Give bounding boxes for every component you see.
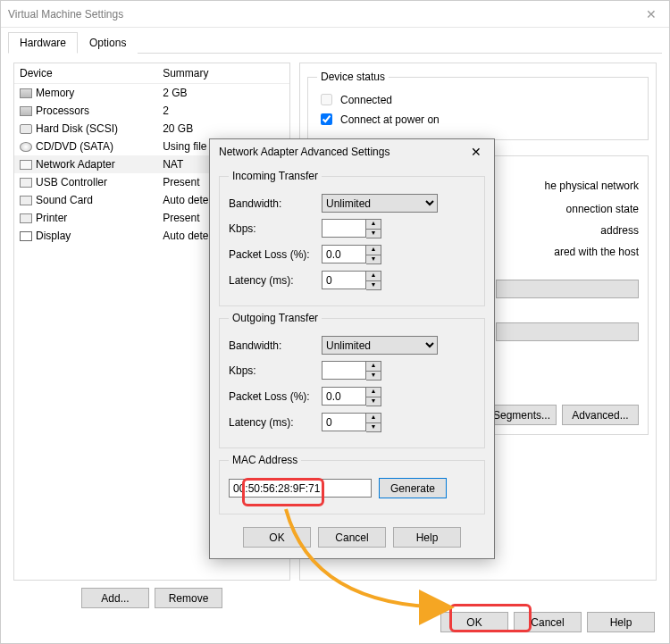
tab-hardware[interactable]: Hardware xyxy=(8,32,78,54)
modal-dialog-buttons: OK Cancel Help xyxy=(210,520,494,558)
modal-cancel-button[interactable]: Cancel xyxy=(318,527,386,548)
nat-fragment: address xyxy=(600,224,639,237)
device-row[interactable]: Processors2 xyxy=(14,102,289,120)
main-cancel-button[interactable]: Cancel xyxy=(514,612,582,632)
outgoing-transfer-group: Outgoing Transfer Bandwidth: Unlimited K… xyxy=(219,312,485,448)
spin-up-icon[interactable]: ▲ xyxy=(366,388,381,397)
connected-input[interactable] xyxy=(321,94,332,105)
disk-icon xyxy=(20,124,32,134)
custom-network-combo[interactable] xyxy=(496,280,639,298)
incoming-transfer-group: Incoming Transfer Bandwidth: Unlimited K… xyxy=(219,170,485,306)
in-kbps-input[interactable] xyxy=(322,219,366,238)
in-loss-input[interactable] xyxy=(322,245,366,263)
device-row[interactable]: Memory2 GB xyxy=(14,84,289,102)
device-name: CD/DVD (SATA) xyxy=(36,140,113,153)
main-dialog-buttons: OK Cancel Help xyxy=(440,612,655,632)
in-latency-label: Latency (ms): xyxy=(229,274,314,287)
device-summary: 20 GB xyxy=(157,120,289,138)
device-name: Sound Card xyxy=(36,194,93,206)
connect-poweron-checkbox[interactable]: Connect at power on xyxy=(317,111,639,128)
device-status-group: Device status Connected Connect at power… xyxy=(307,71,649,140)
spin-up-icon[interactable]: ▲ xyxy=(366,362,381,371)
col-summary[interactable]: Summary xyxy=(157,63,289,84)
spin-up-icon[interactable]: ▲ xyxy=(366,246,381,255)
spin-down-icon[interactable]: ▼ xyxy=(366,229,381,238)
out-latency-input[interactable] xyxy=(322,413,366,431)
device-name: Processors xyxy=(36,105,89,117)
out-loss-label: Packet Loss (%): xyxy=(229,390,314,403)
device-summary: 2 GB xyxy=(157,84,289,102)
spin-up-icon[interactable]: ▲ xyxy=(366,220,381,229)
device-name: Display xyxy=(36,230,71,242)
tab-strip: Hardware Options xyxy=(8,31,662,54)
lan-segment-combo[interactable] xyxy=(496,322,639,341)
window-title: Virtual Machine Settings xyxy=(8,8,123,21)
out-latency-label: Latency (ms): xyxy=(229,416,314,429)
out-bandwidth-combo[interactable]: Unlimited xyxy=(322,336,438,355)
connect-poweron-label: Connect at power on xyxy=(340,113,440,126)
chip-icon xyxy=(20,106,32,116)
main-ok-button[interactable]: OK xyxy=(440,612,508,632)
main-help-button[interactable]: Help xyxy=(587,612,655,632)
device-name: Hard Disk (SCSI) xyxy=(36,122,118,135)
modal-help-button[interactable]: Help xyxy=(393,527,461,548)
incoming-legend: Incoming Transfer xyxy=(229,170,322,182)
device-name: USB Controller xyxy=(36,176,107,188)
col-device[interactable]: Device xyxy=(14,63,157,84)
device-row[interactable]: Hard Disk (SCSI)20 GB xyxy=(14,120,289,138)
connect-poweron-input[interactable] xyxy=(321,113,332,125)
modal-titlebar: Network Adapter Advanced Settings ✕ xyxy=(210,139,494,164)
spin-down-icon[interactable]: ▼ xyxy=(366,422,381,431)
in-latency-input[interactable] xyxy=(322,271,366,289)
connected-label: Connected xyxy=(340,94,392,106)
net-icon xyxy=(20,160,32,170)
chip-icon xyxy=(20,88,32,98)
spin-down-icon[interactable]: ▼ xyxy=(366,371,381,380)
out-bandwidth-label: Bandwidth: xyxy=(229,339,314,352)
out-kbps-label: Kbps: xyxy=(229,364,314,377)
spin-down-icon[interactable]: ▼ xyxy=(366,397,381,406)
tab-options[interactable]: Options xyxy=(78,32,138,54)
modal-close-icon[interactable]: ✕ xyxy=(465,145,487,159)
cd-icon xyxy=(20,142,32,152)
spin-down-icon[interactable]: ▼ xyxy=(366,280,381,289)
spk-icon xyxy=(20,196,32,205)
spin-up-icon[interactable]: ▲ xyxy=(366,272,381,280)
in-bandwidth-label: Bandwidth: xyxy=(229,197,314,210)
window-titlebar: Virtual Machine Settings ✕ xyxy=(1,1,669,28)
generate-button[interactable]: Generate xyxy=(379,478,447,498)
mac-input[interactable] xyxy=(229,479,372,498)
modal-ok-button[interactable]: OK xyxy=(243,527,311,548)
out-loss-input[interactable] xyxy=(322,387,366,406)
in-bandwidth-combo[interactable]: Unlimited xyxy=(322,194,438,213)
bridged-fragment: he physical network xyxy=(545,180,639,192)
device-name: Printer xyxy=(36,212,67,224)
spin-down-icon[interactable]: ▼ xyxy=(366,255,381,263)
connected-checkbox[interactable]: Connected xyxy=(317,91,639,108)
advanced-button[interactable]: Advanced... xyxy=(562,405,639,425)
hostonly-fragment: ared with the host xyxy=(554,246,639,258)
device-name: Memory xyxy=(36,87,74,99)
modal-title: Network Adapter Advanced Settings xyxy=(219,146,389,158)
usb-icon xyxy=(20,178,32,188)
close-icon[interactable]: ✕ xyxy=(641,7,662,21)
in-loss-label: Packet Loss (%): xyxy=(229,248,314,261)
outgoing-legend: Outgoing Transfer xyxy=(229,312,322,324)
replicate-fragment: onnection state xyxy=(566,203,639,215)
device-name: Network Adapter xyxy=(36,158,115,171)
out-kbps-input[interactable] xyxy=(322,361,366,380)
in-kbps-label: Kbps: xyxy=(229,222,314,235)
remove-button[interactable]: Remove xyxy=(155,588,222,608)
prn-icon xyxy=(20,213,32,223)
add-button[interactable]: Add... xyxy=(81,588,149,608)
mac-address-group: MAC Address Generate xyxy=(219,454,485,514)
device-status-legend: Device status xyxy=(317,71,389,83)
spin-up-icon[interactable]: ▲ xyxy=(366,414,381,422)
device-summary: 2 xyxy=(157,102,289,120)
advanced-settings-dialog: Network Adapter Advanced Settings ✕ Inco… xyxy=(209,138,495,559)
disp-icon xyxy=(20,231,32,241)
mac-legend: MAC Address xyxy=(229,454,301,466)
